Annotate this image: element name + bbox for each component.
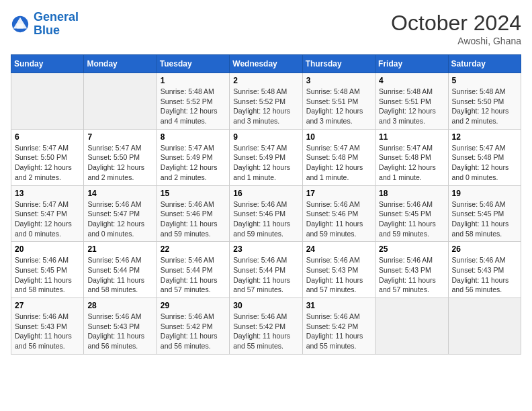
calendar-cell: 11Sunrise: 5:47 AM Sunset: 5:48 PM Dayli… [375,129,448,185]
day-number: 28 [87,301,152,310]
day-number: 3 [306,76,371,85]
day-number: 27 [15,301,80,310]
logo-text: General Blue [34,11,79,38]
day-number: 20 [15,244,80,254]
day-info: Sunrise: 5:46 AM Sunset: 5:44 PM Dayligh… [87,255,152,295]
day-info: Sunrise: 5:46 AM Sunset: 5:43 PM Dayligh… [379,255,444,295]
day-info: Sunrise: 5:46 AM Sunset: 5:42 PM Dayligh… [306,312,371,351]
day-number: 21 [87,244,152,254]
day-info: Sunrise: 5:48 AM Sunset: 5:50 PM Dayligh… [452,87,517,126]
svg-rect-2 [17,24,23,28]
weekday-header: Thursday [302,55,375,73]
day-info: Sunrise: 5:47 AM Sunset: 5:50 PM Dayligh… [87,143,152,183]
day-info: Sunrise: 5:48 AM Sunset: 5:51 PM Dayligh… [379,87,444,126]
calendar-cell: 19Sunrise: 5:46 AM Sunset: 5:45 PM Dayli… [448,185,521,242]
day-info: Sunrise: 5:46 AM Sunset: 5:42 PM Dayligh… [233,312,298,351]
weekday-header: Friday [375,55,448,73]
calendar-cell [448,298,521,355]
day-info: Sunrise: 5:46 AM Sunset: 5:46 PM Dayligh… [306,199,371,239]
weekday-header: Sunday [11,55,84,73]
calendar-week-row: 13Sunrise: 5:47 AM Sunset: 5:47 PM Dayli… [11,185,521,242]
calendar-cell: 5Sunrise: 5:48 AM Sunset: 5:50 PM Daylig… [448,73,521,130]
title-block: October 2024 Awoshi, Ghana [391,11,521,46]
calendar-week-row: 27Sunrise: 5:46 AM Sunset: 5:43 PM Dayli… [11,298,521,355]
day-info: Sunrise: 5:46 AM Sunset: 5:42 PM Dayligh… [161,312,226,351]
calendar-cell: 9Sunrise: 5:47 AM Sunset: 5:49 PM Daylig… [230,129,302,185]
day-number: 1 [161,76,226,85]
calendar-week-row: 1Sunrise: 5:48 AM Sunset: 5:52 PM Daylig… [11,73,521,130]
day-number: 10 [306,132,371,142]
calendar-cell: 15Sunrise: 5:46 AM Sunset: 5:46 PM Dayli… [157,185,229,242]
day-info: Sunrise: 5:47 AM Sunset: 5:48 PM Dayligh… [379,143,444,183]
day-number: 17 [306,189,371,198]
calendar-cell: 28Sunrise: 5:46 AM Sunset: 5:43 PM Dayli… [84,298,157,355]
calendar-cell: 29Sunrise: 5:46 AM Sunset: 5:42 PM Dayli… [157,298,229,355]
day-number: 29 [161,301,226,310]
day-number: 6 [15,132,80,142]
day-info: Sunrise: 5:46 AM Sunset: 5:43 PM Dayligh… [306,255,371,295]
day-info: Sunrise: 5:46 AM Sunset: 5:44 PM Dayligh… [233,255,298,295]
calendar-cell: 30Sunrise: 5:46 AM Sunset: 5:42 PM Dayli… [230,298,302,355]
day-info: Sunrise: 5:48 AM Sunset: 5:51 PM Dayligh… [306,87,371,126]
calendar-cell: 25Sunrise: 5:46 AM Sunset: 5:43 PM Dayli… [375,242,448,298]
calendar-cell: 8Sunrise: 5:47 AM Sunset: 5:49 PM Daylig… [157,129,229,185]
day-number: 13 [15,189,80,198]
day-info: Sunrise: 5:46 AM Sunset: 5:45 PM Dayligh… [379,199,444,239]
day-info: Sunrise: 5:47 AM Sunset: 5:48 PM Dayligh… [452,143,517,183]
calendar-cell: 10Sunrise: 5:47 AM Sunset: 5:48 PM Dayli… [302,129,375,185]
calendar-cell [11,73,84,130]
day-info: Sunrise: 5:47 AM Sunset: 5:49 PM Dayligh… [233,143,298,183]
calendar-cell: 22Sunrise: 5:46 AM Sunset: 5:44 PM Dayli… [157,242,229,298]
calendar-cell: 26Sunrise: 5:46 AM Sunset: 5:43 PM Dayli… [448,242,521,298]
month-title: October 2024 [391,11,521,36]
day-number: 23 [233,244,298,254]
day-number: 25 [379,244,444,254]
day-number: 9 [233,132,298,142]
calendar-cell: 24Sunrise: 5:46 AM Sunset: 5:43 PM Dayli… [302,242,375,298]
day-info: Sunrise: 5:46 AM Sunset: 5:43 PM Dayligh… [87,312,152,351]
calendar-cell: 6Sunrise: 5:47 AM Sunset: 5:50 PM Daylig… [11,129,84,185]
calendar-cell: 17Sunrise: 5:46 AM Sunset: 5:46 PM Dayli… [302,185,375,242]
day-number: 31 [306,301,371,310]
calendar-cell: 13Sunrise: 5:47 AM Sunset: 5:47 PM Dayli… [11,185,84,242]
calendar: SundayMondayTuesdayWednesdayThursdayFrid… [11,54,521,355]
weekday-header: Wednesday [230,55,302,73]
day-info: Sunrise: 5:48 AM Sunset: 5:52 PM Dayligh… [161,87,226,126]
day-number: 16 [233,189,298,198]
day-info: Sunrise: 5:46 AM Sunset: 5:43 PM Dayligh… [15,312,80,351]
calendar-cell: 3Sunrise: 5:48 AM Sunset: 5:51 PM Daylig… [302,73,375,130]
day-number: 15 [161,189,226,198]
day-info: Sunrise: 5:46 AM Sunset: 5:47 PM Dayligh… [87,199,152,239]
weekday-header: Monday [84,55,157,73]
day-number: 24 [306,244,371,254]
calendar-cell: 27Sunrise: 5:46 AM Sunset: 5:43 PM Dayli… [11,298,84,355]
day-number: 19 [452,189,517,198]
weekday-header: Tuesday [157,55,229,73]
day-info: Sunrise: 5:46 AM Sunset: 5:45 PM Dayligh… [452,199,517,239]
day-number: 11 [379,132,444,142]
day-info: Sunrise: 5:47 AM Sunset: 5:48 PM Dayligh… [306,143,371,183]
day-number: 18 [379,189,444,198]
day-info: Sunrise: 5:47 AM Sunset: 5:49 PM Dayligh… [161,143,226,183]
calendar-header-row: SundayMondayTuesdayWednesdayThursdayFrid… [11,55,521,73]
calendar-cell: 16Sunrise: 5:46 AM Sunset: 5:46 PM Dayli… [230,185,302,242]
weekday-header: Saturday [448,55,521,73]
day-number: 26 [452,244,517,254]
calendar-cell: 20Sunrise: 5:46 AM Sunset: 5:45 PM Dayli… [11,242,84,298]
calendar-cell: 18Sunrise: 5:46 AM Sunset: 5:45 PM Dayli… [375,185,448,242]
calendar-cell: 14Sunrise: 5:46 AM Sunset: 5:47 PM Dayli… [84,185,157,242]
day-number: 14 [87,189,152,198]
logo-icon [11,15,30,34]
day-info: Sunrise: 5:48 AM Sunset: 5:52 PM Dayligh… [233,87,298,126]
day-info: Sunrise: 5:47 AM Sunset: 5:50 PM Dayligh… [15,143,80,183]
day-number: 12 [452,132,517,142]
day-info: Sunrise: 5:46 AM Sunset: 5:45 PM Dayligh… [15,255,80,295]
calendar-cell [375,298,448,355]
calendar-cell: 12Sunrise: 5:47 AM Sunset: 5:48 PM Dayli… [448,129,521,185]
day-info: Sunrise: 5:46 AM Sunset: 5:46 PM Dayligh… [233,199,298,239]
calendar-cell: 21Sunrise: 5:46 AM Sunset: 5:44 PM Dayli… [84,242,157,298]
calendar-cell [84,73,157,130]
day-info: Sunrise: 5:46 AM Sunset: 5:46 PM Dayligh… [161,199,226,239]
calendar-cell: 7Sunrise: 5:47 AM Sunset: 5:50 PM Daylig… [84,129,157,185]
calendar-cell: 2Sunrise: 5:48 AM Sunset: 5:52 PM Daylig… [230,73,302,130]
